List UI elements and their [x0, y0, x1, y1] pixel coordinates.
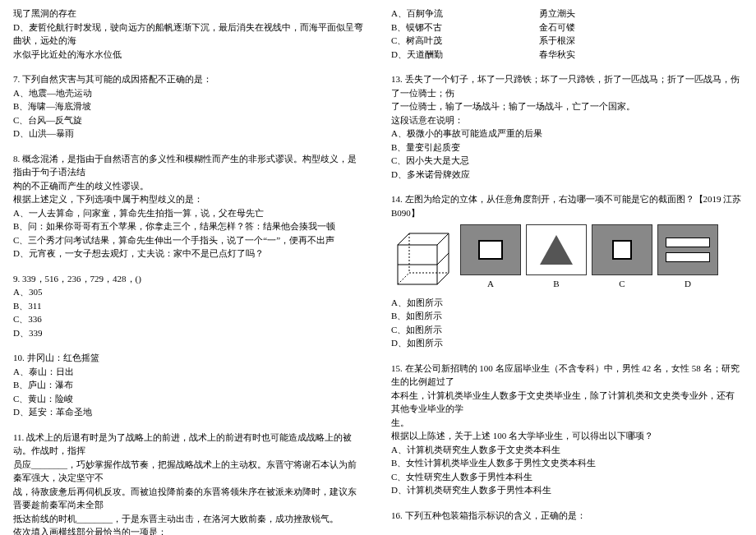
option: B、问：如果你哥哥有五个苹果，你拿走三个，结果怎样？答：结果他会揍我一顿 — [13, 219, 365, 233]
option: 金石可镂 — [539, 21, 687, 35]
q9: 9. 339，516，236，729，428，() A、305 B、311 C、… — [13, 272, 365, 340]
option: D、多米诺骨牌效应 — [391, 168, 743, 182]
q12-options: A、百舸争流 勇立潮头 B、镆铘不古 金石可镂 C、树高叶茂 系于根深 D、天道… — [391, 7, 743, 61]
svg-line-1 — [437, 233, 449, 245]
option: C、台风—反气旋 — [13, 113, 365, 127]
option: A、极微小的事故可能造成严重的后果 — [391, 127, 743, 141]
option: C、三个秀才问考试结果，算命先生伸出一个手指头，说了一个“一”，便再不出声 — [13, 233, 365, 247]
q11: 11. 战术上的后退有时是为了战略上的前进，战术上的前进有时也可能造成战略上的被… — [13, 431, 365, 536]
option: D、如图所示 — [391, 336, 743, 350]
option: D、天道酬勤 — [391, 48, 539, 62]
option: B、庐山：瀑布 — [13, 378, 365, 392]
question-stem: 员应________，巧妙掌握作战节奏，把握战略战术上的主动权。东晋守将谢石本认… — [13, 458, 365, 485]
q13: 13. 丢失了一个钉子，坏了一只蹄铁；坏了一只蹄铁，折了一匹战马；折了一匹战马，… — [391, 72, 743, 181]
option-row: C、树高叶茂 系于根深 — [391, 34, 743, 48]
option: D、339 — [13, 326, 365, 340]
option: C、黄山：险峻 — [13, 392, 365, 406]
question-stem: 10. 井冈山：红色摇篮 — [13, 351, 365, 365]
option-row: B、镆铘不古 金石可镂 — [391, 21, 743, 35]
q15: 15. 在某公司新招聘的 100 名应届毕业生（不含专科）中，男性 42 名，女… — [391, 362, 743, 497]
option: B、女性计算机类毕业生人数多于男性文史类本科生 — [391, 456, 743, 470]
option: 系于根深 — [539, 34, 687, 48]
question-stem: 生。 — [391, 416, 743, 430]
question-stem: 构的不正确而产生的歧义性谬误。 — [13, 179, 365, 193]
question-stem: 抵达前线的时机________，于是东晋主动出击，在洛河大败前秦，成功挫敌锐气。 — [13, 512, 365, 526]
figure-option-b: B — [526, 224, 587, 291]
question-stem: 9. 339，516，236，729，428，() — [13, 272, 365, 286]
q14: 14. 左图为给定的立体，从任意角度剖开，右边哪一项不可能是它的截面图？【201… — [391, 192, 743, 350]
q7: 7. 下列自然灾害与其可能的成因搭配不正确的是： A、地震—地壳运动 B、海啸—… — [13, 72, 365, 141]
right-column: A、百舸争流 勇立潮头 B、镆铘不古 金石可镂 C、树高叶茂 系于根深 D、天道… — [378, 0, 756, 535]
figure-label: B — [526, 277, 587, 291]
option-row: D、天道酬勤 春华秋实 — [391, 48, 743, 62]
question-stem: 战，待敌疲惫后再伺机反攻。而被迫投降前秦的东晋将领朱序在被派来劝降时，建议东晋要… — [13, 485, 365, 512]
figure-option-c: C — [592, 224, 652, 291]
svg-marker-7 — [540, 235, 573, 265]
question-stem: 依次填入画横线部分最恰当的一项是： — [13, 525, 365, 535]
option: A、泰山：日出 — [13, 365, 365, 379]
text-line: D、麦哲伦航行时发现，驶向远方的船帆逐渐下沉，最后消失在视线中，而海平面似呈弯曲… — [13, 21, 365, 48]
question-stem: 根据以上陈述，关于上述 100 名大学毕业生，可以得出以下哪项？ — [391, 429, 743, 443]
option: B、量变引起质变 — [391, 141, 743, 155]
option: B、311 — [13, 299, 365, 313]
option: A、百舸争流 — [391, 7, 539, 21]
q6-tail: 现了黑洞的存在 D、麦哲伦航行时发现，驶向远方的船帆逐渐下沉，最后消失在视线中，… — [13, 7, 365, 61]
option: C、如图所示 — [391, 323, 743, 337]
option: D、元宵夜，一女子想去观灯，丈夫说：家中不是已点灯了吗？ — [13, 247, 365, 261]
question-stem: 15. 在某公司新招聘的 100 名应届毕业生（不含专科）中，男性 42 名，女… — [391, 362, 743, 389]
option: D、计算机类研究生人数多于男性本科生 — [391, 483, 743, 497]
option: A、305 — [13, 285, 365, 299]
option: B、海啸—海底滑坡 — [13, 99, 365, 113]
q8: 8. 概念混淆，是指由于自然语言的多义性和模糊性而产生的非形式谬误。构型歧义，是… — [13, 152, 365, 261]
question-stem: 了一位骑士，输了一场战斗；输了一场战斗，亡了一个国家。 — [391, 99, 743, 113]
left-column: 现了黑洞的存在 D、麦哲伦航行时发现，驶向远方的船帆逐渐下沉，最后消失在视线中，… — [0, 0, 378, 535]
text-line: 现了黑洞的存在 — [13, 7, 365, 21]
option: A、一人去算命，问家童，算命先生拍指一算，说，父在母先亡 — [13, 206, 365, 220]
figure-label: A — [460, 277, 521, 291]
option: B、如图所示 — [391, 309, 743, 323]
text-line: 水似乎比近处的海水水位低 — [13, 48, 365, 62]
option: B、镆铘不古 — [391, 21, 539, 35]
figure-stem — [391, 230, 455, 291]
option: C、因小失大是大忌 — [391, 154, 743, 168]
option: C、336 — [13, 312, 365, 326]
option: A、计算机类研究生人数多于文史类本科生 — [391, 443, 743, 457]
question-stem: 13. 丢失了一个钉子，坏了一只蹄铁；坏了一只蹄铁，折了一匹战马；折了一匹战马，… — [391, 72, 743, 99]
question-stem: 这段话意在说明： — [391, 113, 743, 127]
svg-line-4 — [398, 273, 409, 284]
option: A、地震—地壳运动 — [13, 86, 365, 100]
figure-label: C — [592, 277, 652, 291]
option: D、山洪—暴雨 — [13, 127, 365, 141]
option: D、延安：革命圣地 — [13, 405, 365, 419]
question-stem: 根据上述定义，下列选项中属于构型歧义的是： — [13, 192, 365, 206]
q16: 16. 下列五种包装箱指示标识的含义，正确的是： — [391, 509, 743, 523]
option: 勇立潮头 — [539, 7, 687, 21]
option: C、树高叶茂 — [391, 34, 539, 48]
option: C、女性研究生人数多于男性本科生 — [391, 470, 743, 484]
figure-option-a: A — [460, 224, 521, 291]
question-stem: 本科生，计算机类毕业生人数多于文史类毕业生，除了计算机类和文史类专业外，还有其他… — [391, 389, 743, 416]
figure-row: A B C D — [391, 224, 743, 291]
figure-option-d: D — [657, 224, 718, 291]
svg-line-6 — [437, 253, 449, 265]
question-stem: 8. 概念混淆，是指由于自然语言的多义性和模糊性而产生的非形式谬误。构型歧义，是… — [13, 152, 365, 179]
option-row: A、百舸争流 勇立潮头 — [391, 7, 743, 21]
question-stem: 16. 下列五种包装箱指示标识的含义，正确的是： — [391, 509, 743, 523]
question-stem: 14. 左图为给定的立体，从任意角度剖开，右边哪一项不可能是它的截面图？【201… — [391, 192, 743, 219]
figure-label: D — [657, 277, 718, 291]
option: 春华秋实 — [539, 48, 687, 62]
question-stem: 11. 战术上的后退有时是为了战略上的前进，战术上的前进有时也可能造成战略上的被… — [13, 431, 365, 458]
option: A、如图所示 — [391, 296, 743, 310]
question-stem: 7. 下列自然灾害与其可能的成因搭配不正确的是： — [13, 72, 365, 86]
q10: 10. 井冈山：红色摇篮 A、泰山：日出 B、庐山：瀑布 C、黄山：险峻 D、延… — [13, 351, 365, 419]
